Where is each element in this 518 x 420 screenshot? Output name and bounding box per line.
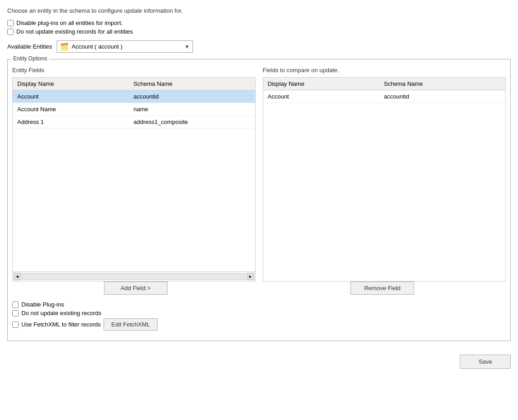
entity-fields-tbody: AccountaccountidAccount NamenameAddress … <box>13 90 255 128</box>
global-no-update-row: Do not update existing records for all e… <box>7 28 511 35</box>
display-name-cell: Account Name <box>13 103 129 116</box>
schema-name-cell: accountid <box>380 90 505 103</box>
entity-selected-text: Account ( account ) <box>72 43 182 50</box>
remove-field-area: Remove Field <box>259 282 506 295</box>
table-row[interactable]: Account Namename <box>13 103 255 116</box>
horizontal-scrollbar[interactable]: ◄ ► <box>13 272 255 281</box>
global-options: Disable plug-ins on all entities for imp… <box>7 20 511 35</box>
no-update-label: Do not update existing records <box>21 310 101 316</box>
remove-field-button[interactable]: Remove Field <box>350 282 414 295</box>
add-field-button[interactable]: Add Field > <box>104 282 168 295</box>
display-name-cell: Account <box>13 90 129 103</box>
table-row[interactable]: Accountaccountid <box>13 90 255 103</box>
entity-options-content: Entity Fields Display Name Schema Name <box>12 67 506 331</box>
global-no-update-label: Do not update existing records for all e… <box>16 28 133 35</box>
use-fetchxml-checkbox[interactable] <box>12 321 19 328</box>
entity-options-group: Entity Options Entity Fields Display Nam… <box>7 59 511 341</box>
intro-text: Choose an entity in the schema to config… <box>7 7 511 14</box>
global-disable-plugins-row: Disable plug-ins on all entities for imp… <box>7 20 511 26</box>
right-fields-panel: Fields to compare on update. Display Nam… <box>263 67 506 282</box>
entity-checkboxes: Disable Plug-ins Do not update existing … <box>12 301 506 331</box>
available-entities-row: Available Entities 🗂️ Account ( account … <box>7 40 511 53</box>
no-update-checkbox[interactable] <box>12 310 19 316</box>
bottom-bar: Save <box>7 350 511 369</box>
schema-name-cell: name <box>129 103 255 116</box>
compare-fields-table: Display Name Schema Name Accountaccounti… <box>263 78 506 103</box>
display-name-cell: Address 1 <box>13 116 129 128</box>
compare-fields-col-schema: Schema Name <box>380 78 505 90</box>
entity-dropdown[interactable]: 🗂️ Account ( account ) ▼ <box>57 40 193 53</box>
scroll-left-arrow[interactable]: ◄ <box>14 273 21 280</box>
field-buttons-row: Add Field > Remove Field <box>12 282 506 295</box>
disable-plugins-checkbox[interactable] <box>12 301 19 308</box>
disable-plugins-label: Disable Plug-ins <box>21 301 64 308</box>
entity-fields-scroll[interactable]: Display Name Schema Name Accountaccounti… <box>13 78 255 272</box>
compare-fields-header-row: Display Name Schema Name <box>263 78 506 90</box>
entity-fields-header-row: Display Name Schema Name <box>13 78 255 90</box>
save-button[interactable]: Save <box>460 355 511 369</box>
schema-name-cell: accountid <box>129 90 255 103</box>
add-field-area: Add Field > <box>12 282 259 295</box>
edit-fetchxml-button[interactable]: Edit FetchXML <box>104 318 158 331</box>
entity-fields-table-wrapper: Display Name Schema Name Accountaccounti… <box>12 77 256 282</box>
fields-container: Entity Fields Display Name Schema Name <box>12 67 506 282</box>
scroll-right-arrow[interactable]: ► <box>247 273 254 280</box>
entity-fields-col-schema: Schema Name <box>129 78 255 90</box>
disable-plugins-row: Disable Plug-ins <box>12 301 506 308</box>
table-row[interactable]: Accountaccountid <box>263 90 506 103</box>
table-row[interactable]: Address 1address1_composite <box>13 116 255 128</box>
compare-fields-table-wrapper: Display Name Schema Name Accountaccounti… <box>263 77 506 282</box>
global-disable-plugins-label: Disable plug-ins on all entities for imp… <box>16 20 123 26</box>
global-disable-plugins-checkbox[interactable] <box>7 20 14 26</box>
use-fetchxml-label: Use FetchXML to filter records <box>21 321 101 328</box>
schema-name-cell: address1_composite <box>129 116 255 128</box>
display-name-cell: Account <box>263 90 380 103</box>
entity-fields-table: Display Name Schema Name Accountaccounti… <box>13 78 255 128</box>
left-fields-panel: Entity Fields Display Name Schema Name <box>12 67 256 282</box>
chevron-down-icon: ▼ <box>184 44 190 50</box>
entity-fields-col-display: Display Name <box>13 78 129 90</box>
entity-fields-title: Entity Fields <box>12 67 256 74</box>
use-fetchxml-row: Use FetchXML to filter records Edit Fetc… <box>12 318 506 331</box>
global-no-update-checkbox[interactable] <box>7 29 14 35</box>
entity-options-legend: Entity Options <box>11 55 49 62</box>
no-update-row: Do not update existing records <box>12 310 506 316</box>
compare-fields-tbody: Accountaccountid <box>263 90 506 103</box>
entity-icon: 🗂️ <box>60 42 69 51</box>
available-entities-label: Available Entities <box>7 43 52 50</box>
compare-fields-title: Fields to compare on update. <box>263 67 506 74</box>
scroll-track[interactable] <box>22 273 246 280</box>
compare-fields-col-display: Display Name <box>263 78 380 90</box>
